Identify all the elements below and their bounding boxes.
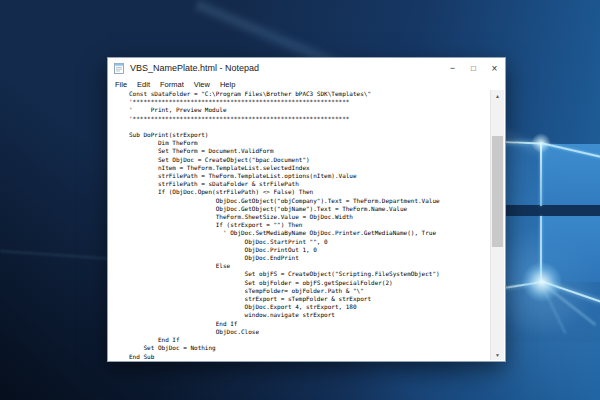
title-bar[interactable]: VBS_NamePlate.html - Notepad − □ × [108,58,505,78]
wallpaper-glow [522,262,562,302]
desktop-wallpaper: VBS_NamePlate.html - Notepad − □ × File … [0,0,600,400]
menu-help[interactable]: Help [215,80,240,89]
menu-view[interactable]: View [189,80,215,89]
scroll-down-arrow-icon[interactable]: ▼ [491,349,504,360]
menu-format[interactable]: Format [155,80,189,89]
menu-edit[interactable]: Edit [132,80,155,89]
scroll-up-arrow-icon[interactable]: ▲ [491,90,504,101]
minimize-button[interactable]: − [442,58,463,78]
menu-file[interactable]: File [110,80,132,89]
caption-buttons: − □ × [442,58,505,78]
code-text: Const sDataFolder = "C:\Program Files\Br… [109,90,504,360]
maximize-button[interactable]: □ [463,58,484,78]
vertical-scrollbar[interactable]: ▲ ▼ [490,90,504,360]
text-area[interactable]: Const sDataFolder = "C:\Program Files\Br… [109,90,504,360]
menu-bar: File Edit Format View Help [108,78,505,90]
notepad-icon [113,62,125,74]
wallpaper-light-ray [0,250,110,260]
window-title: VBS_NamePlate.html - Notepad [130,63,442,73]
close-button[interactable]: × [484,58,505,78]
scrollbar-thumb[interactable] [492,136,503,247]
wallpaper-glow [531,133,551,153]
notepad-window: VBS_NamePlate.html - Notepad − □ × File … [107,57,506,362]
wallpaper-dark-band [505,205,600,216]
